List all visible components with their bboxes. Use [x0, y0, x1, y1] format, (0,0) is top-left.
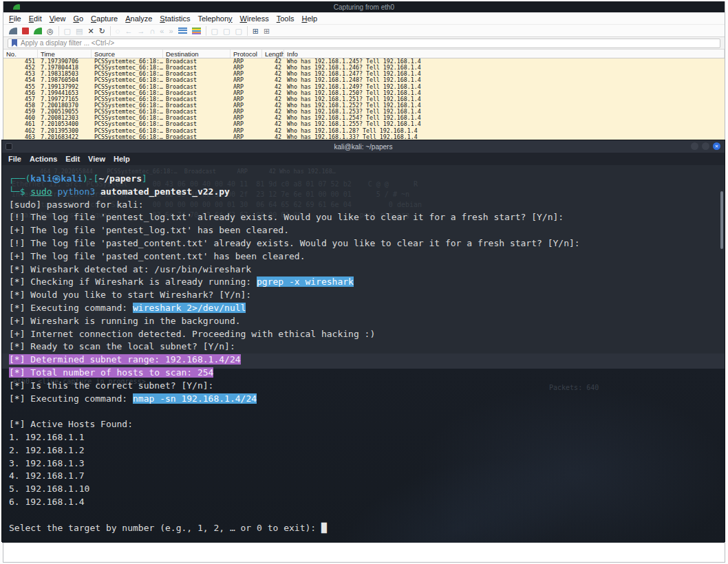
menu-item-tools[interactable]: Tools [277, 14, 295, 23]
terminal-titlebar[interactable]: kali@kali: ~/papers ✕ [2, 140, 725, 153]
packet-row[interactable]: 4597.200519055PCSSystemtec_66:18:…Broadc… [3, 109, 725, 115]
terminal-menu-item-view[interactable]: View [88, 155, 105, 163]
packet-row[interactable]: 4517.197390706PCSSystemtec_66:18:…Broadc… [3, 58, 725, 65]
column-header-info[interactable]: Info [284, 50, 725, 58]
stop-capture-icon[interactable] [22, 28, 29, 34]
packet-cell-no: 453 [3, 71, 38, 77]
menu-item-wireless[interactable]: Wireless [240, 14, 269, 23]
packet-cell-time: 7.199441653 [38, 90, 92, 96]
packet-cell-destination: Broadcast [163, 102, 231, 109]
start-capture-icon[interactable] [9, 28, 17, 34]
packet-row[interactable]: 4557.199137992PCSSystemtec_66:18:…Broadc… [3, 84, 725, 90]
close-button[interactable]: ✕ [713, 142, 720, 150]
column-header-no[interactable]: No. [3, 50, 38, 58]
column-header-destination[interactable]: Destination [163, 50, 231, 58]
display-filter-input[interactable]: Apply a display filter ... <Ctrl-/> [8, 39, 720, 48]
terminal-menu-item-edit[interactable]: Edit [65, 155, 80, 163]
wireshark-window-title: Capturing from eth0 [3, 3, 725, 11]
terminal-text: 6. 192.168.1.4 [9, 497, 85, 507]
terminal-text: 3. 192.168.1.3 [9, 458, 85, 468]
column-header-protocol[interactable]: Protocol [231, 50, 262, 58]
packet-cell-destination: Broadcast [163, 115, 231, 121]
packet-cell-time: 7.199727165 [38, 96, 92, 102]
terminal-line: [*] Would you like to start Wireshark? [… [9, 289, 725, 302]
packet-row[interactable]: 4577.199727165PCSSystemtec_66:18:…Broadc… [3, 96, 725, 102]
packet-cell-length: 42 [262, 58, 284, 65]
resize-columns-icon[interactable]: ⊞ [253, 27, 259, 35]
terminal-menu-item-actions[interactable]: Actions [30, 155, 57, 163]
packet-row[interactable]: 4527.197804418PCSSystemtec_66:18:…Broadc… [3, 65, 725, 71]
terminal-body[interactable]: 464 7.202055844 PCSSystemtec_66:18:… Bro… [2, 165, 725, 543]
auto-scroll-icon[interactable] [178, 28, 187, 34]
menu-item-view[interactable]: View [50, 14, 66, 23]
menu-item-go[interactable]: Go [73, 14, 83, 23]
menu-item-statistics[interactable]: Statistics [160, 14, 190, 23]
terminal-scrollbar[interactable] [720, 191, 723, 249]
menu-item-analyze[interactable]: Analyze [125, 14, 152, 23]
colorize-icon[interactable] [192, 28, 201, 34]
terminal-menubar: FileActionsEditViewHelp [2, 153, 725, 165]
terminal-line [9, 509, 725, 522]
menu-item-telephony[interactable]: Telephony [197, 14, 232, 23]
maximize-button[interactable] [702, 142, 709, 150]
column-header-source[interactable]: Source [92, 50, 163, 58]
packet-row[interactable]: 4627.201395300PCSSystemtec_66:18:…Broadc… [3, 128, 725, 134]
terminal-text: [*] Would you like to start Wireshark? [… [9, 290, 251, 300]
terminal-text: [!] The log file 'pasted_content.txt' al… [9, 238, 580, 248]
open-file-icon: ▢ [64, 27, 71, 35]
packet-cell-length: 42 [262, 115, 284, 121]
wireshark-titlebar[interactable]: Capturing from eth0 [3, 1, 725, 12]
packet-row[interactable]: 4547.198760504PCSSystemtec_66:18:…Broadc… [3, 77, 725, 83]
find-packet-icon: ◌ [116, 27, 120, 35]
packet-row[interactable]: 4607.200812303PCSSystemtec_66:18:…Broadc… [3, 115, 725, 121]
next-packet-icon: → [137, 27, 144, 35]
packet-cell-length: 42 [262, 65, 284, 71]
packet-row[interactable]: 4567.199441653PCSSystemtec_66:18:…Broadc… [3, 90, 725, 96]
terminal-line: [+] The log file 'pentest_log.txt' has b… [9, 224, 725, 237]
terminal-menu-item-file[interactable]: File [8, 155, 21, 163]
highlighted-command: nmap -sn 192.168.1.4/24 [133, 393, 257, 404]
packet-list-header: No.TimeSourceDestinationProtocolLengthIn… [3, 50, 725, 58]
column-header-length[interactable]: Length [262, 50, 284, 58]
terminal-menu-item-help[interactable]: Help [114, 155, 130, 163]
packet-cell-info: Who has 192.168.1.249? Tell 192.168.1.4 [284, 84, 725, 90]
previous-packet-icon: ← [125, 27, 132, 35]
menu-item-edit[interactable]: Edit [29, 14, 42, 23]
menu-item-help[interactable]: Help [301, 14, 317, 23]
packet-cell-length: 42 [262, 121, 284, 127]
packet-cell-info: Who has 192.168.1.255? Tell 192.168.1.4 [284, 121, 725, 127]
packet-cell-protocol: ARP [231, 58, 262, 65]
terminal-line: 3. 192.168.1.3 [9, 457, 725, 470]
desktop: Capturing from eth0 FileEditViewGoCaptur… [0, 0, 728, 564]
terminal-text [95, 186, 100, 197]
packet-cell-source: PCSSystemtec_66:18:… [92, 90, 163, 96]
minimize-button[interactable] [691, 142, 698, 150]
packet-list[interactable]: 4517.197390706PCSSystemtec_66:18:…Broadc… [3, 58, 725, 140]
menu-item-file[interactable]: File [9, 14, 21, 23]
column-header-time[interactable]: Time [38, 50, 92, 58]
capture-options-icon[interactable]: ◎ [47, 27, 54, 35]
packet-row[interactable]: 4617.201053400PCSSystemtec_66:18:…Broadc… [3, 121, 725, 127]
terminal-text: [+] The log file 'pasted_content.txt' ha… [9, 251, 305, 261]
packet-row[interactable]: 4587.200180370PCSSystemtec_66:18:…Broadc… [3, 102, 725, 109]
terminal-text: [*] Wireshark detected at: /usr/bin/wire… [9, 264, 251, 274]
layout-icon[interactable]: ⊞ [264, 27, 270, 35]
packet-cell-no: 458 [3, 102, 38, 109]
packet-row[interactable]: 4537.198318503PCSSystemtec_66:18:…Broadc… [3, 71, 725, 77]
terminal-text: [*] Executing command: [9, 303, 133, 313]
terminal-text: [*] Executing command: [9, 393, 133, 404]
menu-item-capture[interactable]: Capture [91, 14, 118, 23]
packet-cell-length: 42 [262, 96, 284, 102]
filter-bookmark-icon[interactable] [12, 39, 17, 47]
reload-icon[interactable]: ↻ [99, 27, 105, 35]
packet-cell-time: 7.201395300 [38, 128, 92, 134]
packet-cell-protocol: ARP [231, 77, 262, 83]
packet-cell-destination: Broadcast [163, 71, 231, 77]
close-capture-icon[interactable]: ✕ [87, 27, 94, 35]
terminal-line: 2. 192.168.1.2 [9, 444, 725, 457]
packet-cell-time: 7.200180370 [38, 102, 92, 109]
packet-cell-protocol: ARP [231, 121, 262, 127]
packet-cell-destination: Broadcast [163, 58, 231, 65]
restart-capture-icon[interactable] [34, 28, 42, 34]
terminal-line: [*] Total number of hosts to scan: 254 [9, 367, 725, 380]
